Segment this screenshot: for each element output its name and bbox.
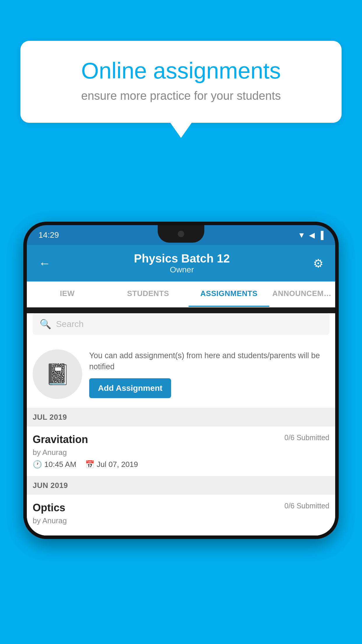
empty-state-text: You can add assignment(s) from here and … [89,350,329,398]
assignment-row-top: Gravitation 0/6 Submitted [33,433,329,446]
search-bar[interactable]: 🔍 Search [33,313,329,335]
section-header-jun: JUN 2019 [27,476,335,495]
assignment-date: Jul 07, 2019 [97,460,138,469]
signal-icon: ◀ [309,231,315,240]
calendar-icon: 📅 [85,460,94,469]
notebook-icon: 📓 [45,362,70,386]
clock-icon: 🕐 [33,460,42,469]
speech-bubble: Online assignments ensure more practice … [20,41,342,123]
screen-content: 🔍 Search 📓 You can add assignment(s) fro… [27,313,335,536]
search-placeholder: Search [56,319,84,329]
battery-icon: ▐ [318,231,324,240]
tab-assignments[interactable]: ASSIGNMENTS [189,281,269,307]
tab-iew[interactable]: IEW [27,281,108,307]
assignment-time: 10:45 AM [44,460,76,469]
wifi-icon: ▼ [298,231,305,240]
assignment-row-top-2: Optics 0/6 Submitted [33,502,329,514]
header-center: Physics Batch 12 Owner [134,252,230,274]
assignment-title: Gravitation [33,433,88,446]
empty-state-icon-circle: 📓 [33,349,82,399]
settings-icon[interactable]: ⚙ [313,257,324,270]
volume-up-button [23,289,26,313]
volume-down-button [23,321,26,345]
notch [158,225,204,243]
tabs-bar: IEW STUDENTS ASSIGNMENTS ANNOUNCEMENTS [27,281,335,307]
camera [178,231,184,237]
back-button[interactable]: ← [38,256,51,270]
header-title: Physics Batch 12 [134,252,230,265]
meta-time: 🕐 10:45 AM [33,460,76,469]
speech-bubble-title: Online assignments [41,58,321,83]
assignment-author: by Anurag [33,448,329,457]
status-time: 14:29 [38,230,59,240]
speech-bubble-subtitle: ensure more practice for your students [41,89,321,102]
search-icon: 🔍 [40,318,51,330]
app-header: ← Physics Batch 12 Owner ⚙ [27,245,335,281]
meta-date: 📅 Jul 07, 2019 [85,460,138,469]
assignment-title-2: Optics [33,502,65,514]
assignment-optics[interactable]: Optics 0/6 Submitted by Anurag [27,495,335,536]
assignment-meta: 🕐 10:45 AM 📅 Jul 07, 2019 [33,460,329,469]
status-bar: 14:29 ▼ ◀ ▐ [27,225,335,245]
section-header-jul: JUL 2019 [27,408,335,426]
add-assignment-button[interactable]: Add Assignment [89,378,171,398]
empty-state: 📓 You can add assignment(s) from here an… [27,341,335,408]
assignment-submitted-2: 0/6 Submitted [284,502,329,510]
phone-body: 14:29 ▼ ◀ ▐ ← Physics Batch 12 Owner ⚙ I… [23,222,339,539]
assignment-gravitation[interactable]: Gravitation 0/6 Submitted by Anurag 🕐 10… [27,426,335,476]
assignment-author-2: by Anurag [33,516,329,525]
assignment-submitted: 0/6 Submitted [284,433,329,442]
header-subtitle: Owner [134,265,230,274]
phone-frame: 14:29 ▼ ◀ ▐ ← Physics Batch 12 Owner ⚙ I… [23,222,339,644]
power-button [336,307,339,342]
tab-students[interactable]: STUDENTS [108,281,188,307]
tab-announcements[interactable]: ANNOUNCEMENTS [269,281,335,307]
status-icons: ▼ ◀ ▐ [298,231,324,240]
empty-state-description: You can add assignment(s) from here and … [89,350,329,372]
speech-bubble-container: Online assignments ensure more practice … [20,41,342,123]
